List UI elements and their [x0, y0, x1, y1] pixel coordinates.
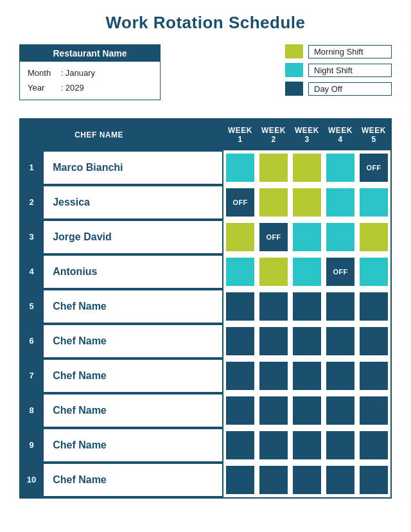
row-number: 6	[21, 324, 42, 359]
chef-name-cell[interactable]: Chef Name	[42, 359, 223, 393]
week-cell-4-1[interactable]	[223, 254, 257, 289]
week-cell-7-3[interactable]	[290, 359, 324, 393]
week-cell-2-3[interactable]	[290, 185, 324, 220]
week-cell-10-1[interactable]	[223, 463, 257, 497]
week-cell-8-3[interactable]	[290, 393, 324, 428]
shift-block	[326, 188, 354, 217]
chef-name-cell[interactable]: Chef Name	[42, 428, 223, 463]
week-cell-1-4[interactable]	[324, 150, 357, 185]
shift-block: OFF	[226, 188, 254, 217]
year-colon: :	[61, 83, 66, 93]
week-cell-8-2[interactable]	[257, 393, 290, 428]
week-cell-3-4[interactable]	[324, 220, 357, 254]
chef-name-cell[interactable]: Chef Name	[42, 324, 223, 359]
shift-block	[226, 292, 254, 321]
week-cell-6-5[interactable]	[357, 324, 390, 359]
week-cell-9-2[interactable]	[257, 428, 290, 463]
shift-block	[226, 396, 254, 425]
table-row: 7Chef Name	[21, 359, 390, 393]
chef-name-cell[interactable]: Jessica	[42, 185, 223, 220]
header-week3: WEEK 3	[290, 120, 324, 150]
shift-block	[293, 327, 321, 355]
week-cell-6-2[interactable]	[257, 324, 290, 359]
week-cell-4-5[interactable]	[357, 254, 390, 289]
week-cell-10-4[interactable]	[324, 463, 357, 497]
week-cell-4-4[interactable]: OFF	[324, 254, 357, 289]
shift-block	[360, 258, 388, 286]
week-cell-9-3[interactable]	[290, 428, 324, 463]
week-cell-10-3[interactable]	[290, 463, 324, 497]
shift-block	[293, 258, 321, 286]
week-cell-1-3[interactable]	[290, 150, 324, 185]
row-number: 3	[21, 220, 42, 254]
week-cell-9-5[interactable]	[357, 428, 390, 463]
header-chef: CHEF NAME	[42, 120, 223, 150]
week-cell-6-1[interactable]	[223, 324, 257, 359]
week-cell-2-1[interactable]: OFF	[223, 185, 257, 220]
week-cell-5-2[interactable]	[257, 289, 290, 324]
table-row: 3Jorge DavidOFF	[21, 220, 390, 254]
week-cell-7-5[interactable]	[357, 359, 390, 393]
shift-block	[226, 258, 254, 286]
week-cell-6-3[interactable]	[290, 324, 324, 359]
week-cell-9-1[interactable]	[223, 428, 257, 463]
week-cell-2-5[interactable]	[357, 185, 390, 220]
row-number: 5	[21, 289, 42, 324]
morning-color-swatch	[285, 44, 303, 58]
legend-morning: Morning Shift	[285, 44, 392, 58]
chef-name-cell[interactable]: Marco Bianchi	[42, 150, 223, 185]
header-week2: WEEK 2	[257, 120, 290, 150]
week-cell-6-4[interactable]	[324, 324, 357, 359]
week-cell-4-3[interactable]	[290, 254, 324, 289]
restaurant-details: Month : January Year : 2029	[20, 62, 160, 100]
shift-block	[326, 223, 354, 251]
week-cell-9-4[interactable]	[324, 428, 357, 463]
chef-name-cell[interactable]: Antonius	[42, 254, 223, 289]
shift-block	[326, 327, 354, 355]
shift-block	[226, 466, 254, 494]
restaurant-name: Restaurant Name	[20, 45, 160, 62]
table-header-row: CHEF NAME WEEK 1 WEEK 2 WEEK 3 WEEK 4 WE…	[21, 120, 390, 150]
header-week5: WEEK 5	[357, 120, 390, 150]
table-row: 1Marco BianchiOFF	[21, 150, 390, 185]
chef-name-cell[interactable]: Chef Name	[42, 393, 223, 428]
week-cell-3-2[interactable]: OFF	[257, 220, 290, 254]
week-cell-2-2[interactable]	[257, 185, 290, 220]
table-row: 10Chef Name	[21, 463, 390, 497]
week-cell-5-5[interactable]	[357, 289, 390, 324]
shift-block	[360, 396, 388, 425]
week-cell-5-4[interactable]	[324, 289, 357, 324]
chef-name-cell[interactable]: Jorge David	[42, 220, 223, 254]
week-cell-10-5[interactable]	[357, 463, 390, 497]
week-cell-5-1[interactable]	[223, 289, 257, 324]
header-week4: WEEK 4	[324, 120, 357, 150]
week-cell-7-2[interactable]	[257, 359, 290, 393]
week-cell-1-1[interactable]	[223, 150, 257, 185]
row-number: 1	[21, 150, 42, 185]
shift-block	[293, 188, 321, 217]
header-num	[21, 120, 42, 150]
week-cell-8-5[interactable]	[357, 393, 390, 428]
week-cell-5-3[interactable]	[290, 289, 324, 324]
week-cell-3-1[interactable]	[223, 220, 257, 254]
chef-name-cell[interactable]: Chef Name	[42, 289, 223, 324]
week-cell-3-5[interactable]	[357, 220, 390, 254]
week-cell-10-2[interactable]	[257, 463, 290, 497]
week-cell-1-2[interactable]	[257, 150, 290, 185]
week-cell-1-5[interactable]: OFF	[357, 150, 390, 185]
week-cell-4-2[interactable]	[257, 254, 290, 289]
week-cell-7-1[interactable]	[223, 359, 257, 393]
shift-block	[259, 327, 288, 355]
month-colon: :	[61, 68, 66, 78]
shift-block	[326, 396, 354, 425]
week-cell-8-4[interactable]	[324, 393, 357, 428]
chef-name-cell[interactable]: Chef Name	[42, 463, 223, 497]
shift-block	[326, 362, 354, 390]
week-cell-8-1[interactable]	[223, 393, 257, 428]
shift-block	[293, 466, 321, 494]
shift-block	[293, 362, 321, 390]
week-cell-7-4[interactable]	[324, 359, 357, 393]
week-cell-3-3[interactable]	[290, 220, 324, 254]
shift-block	[226, 223, 254, 251]
week-cell-2-4[interactable]	[324, 185, 357, 220]
